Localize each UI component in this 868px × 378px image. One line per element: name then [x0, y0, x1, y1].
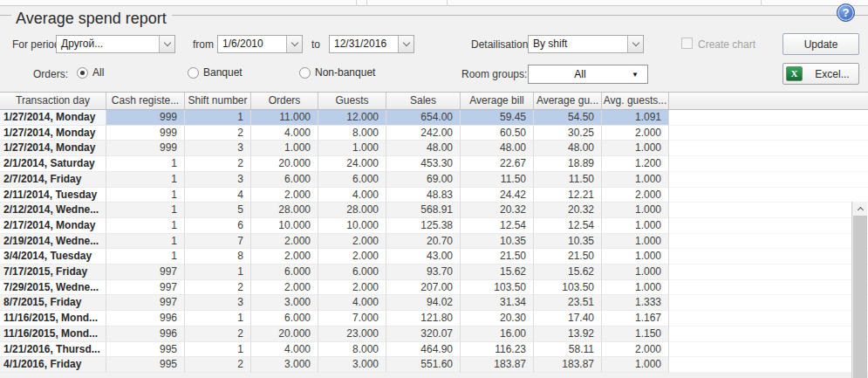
cell[interactable]: 11/16/2015, Mond...: [0, 326, 106, 342]
from-date-select[interactable]: 1/6/2010: [217, 35, 303, 53]
cell[interactable]: 2/1/2014, Saturday: [0, 156, 106, 172]
cell[interactable]: 11.000: [251, 110, 318, 126]
cell[interactable]: 1.333: [602, 295, 669, 311]
cell[interactable]: 1/27/2014, Monday: [0, 141, 106, 156]
to-date-dropdown-button[interactable]: [398, 36, 413, 52]
cell[interactable]: 1.000: [602, 280, 669, 296]
table-row[interactable]: 1/21/2016, Thursd...99514.0008.000464.90…: [0, 342, 868, 358]
table-row[interactable]: 7/29/2015, Wedne...99722.0002.000207.001…: [0, 280, 868, 296]
table-row[interactable]: 11/16/2015, Mond...996220.00023.000320.0…: [0, 326, 868, 342]
to-date-select[interactable]: 12/31/2016: [329, 35, 414, 53]
cell[interactable]: 28.000: [318, 203, 386, 218]
cell[interactable]: 1.000: [251, 141, 318, 156]
table-row[interactable]: 2/7/2014, Friday136.0006.00069.0011.5011…: [0, 172, 868, 188]
cell[interactable]: 7: [185, 234, 251, 250]
cell[interactable]: 995: [106, 342, 185, 358]
cell[interactable]: 23.51: [534, 295, 602, 311]
cell[interactable]: 3: [185, 172, 251, 188]
cell[interactable]: 2.000: [251, 234, 318, 250]
cell[interactable]: 125.38: [386, 218, 461, 234]
cell[interactable]: 4.000: [318, 188, 386, 203]
cell[interactable]: 3/4/2014, Tuesday: [0, 249, 106, 265]
cell[interactable]: 6.000: [318, 265, 386, 280]
cell[interactable]: 7.000: [318, 311, 386, 326]
cell[interactable]: 551.60: [386, 357, 461, 373]
cell[interactable]: 48.00: [461, 141, 534, 156]
table-row[interactable]: 2/1/2014, Saturday1220.00024.000453.3022…: [0, 156, 868, 172]
scrollbar-thumb[interactable]: [853, 216, 867, 378]
cell[interactable]: 23.000: [318, 326, 386, 342]
cell[interactable]: 207.00: [386, 280, 461, 296]
cell[interactable]: 8.000: [318, 126, 386, 141]
cell[interactable]: 1.000: [602, 265, 669, 280]
cell[interactable]: 320.07: [386, 326, 461, 342]
cell[interactable]: 1.000: [602, 218, 669, 234]
cell[interactable]: 999: [106, 110, 185, 126]
cell[interactable]: 1.200: [602, 156, 669, 172]
cell[interactable]: 22.67: [461, 156, 534, 172]
cell[interactable]: 2/7/2014, Friday: [0, 172, 106, 188]
cell[interactable]: 654.00: [386, 110, 461, 126]
cell[interactable]: 24.42: [461, 188, 534, 203]
table-row[interactable]: 3/4/2014, Tuesday182.0002.00043.0021.502…: [0, 249, 868, 265]
cell[interactable]: 13.92: [534, 326, 602, 342]
cell[interactable]: 59.45: [461, 110, 534, 126]
update-button[interactable]: Update: [783, 33, 859, 55]
cell[interactable]: 1: [106, 188, 185, 203]
radio-all[interactable]: All: [77, 66, 104, 79]
cell[interactable]: 1.000: [602, 234, 669, 250]
cell[interactable]: 3.000: [251, 357, 318, 373]
cell[interactable]: 1/27/2014, Monday: [0, 110, 106, 126]
cell[interactable]: 999: [106, 141, 185, 156]
cell[interactable]: 28.000: [251, 203, 318, 218]
cell[interactable]: 1.150: [602, 326, 669, 342]
column-header-avg-guests[interactable]: Avg. guests...: [602, 93, 669, 109]
cell[interactable]: 58.11: [534, 342, 602, 358]
column-header-average-bill[interactable]: Average bill: [461, 93, 534, 109]
help-icon[interactable]: ?: [837, 3, 855, 22]
cell[interactable]: 568.91: [386, 203, 461, 218]
cell[interactable]: 48.00: [386, 141, 461, 156]
cell[interactable]: 1: [106, 172, 185, 188]
cell[interactable]: 24.000: [318, 156, 386, 172]
cell[interactable]: 1/21/2016, Thursd...: [0, 342, 106, 358]
cell[interactable]: 995: [106, 357, 185, 373]
cell[interactable]: 242.00: [386, 126, 461, 141]
table-row[interactable]: 8/7/2015, Friday99733.0004.00094.0231.34…: [0, 295, 868, 311]
cell[interactable]: 6: [185, 218, 251, 234]
cell[interactable]: 12.21: [534, 188, 602, 203]
cell[interactable]: 116.23: [461, 342, 534, 358]
cell[interactable]: 2/12/2014, Wedne...: [0, 203, 106, 218]
cell[interactable]: 1/27/2014, Monday: [0, 126, 106, 141]
column-header-shift-number[interactable]: Shift number: [185, 93, 251, 109]
column-header-cash-registe[interactable]: Cash registe...: [106, 93, 185, 109]
radio-non-banquet[interactable]: Non-banquet: [299, 66, 375, 79]
cell[interactable]: 2: [185, 126, 251, 141]
cell[interactable]: 997: [106, 280, 185, 296]
cell[interactable]: 1.167: [602, 311, 669, 326]
cell[interactable]: 996: [106, 311, 185, 326]
cell[interactable]: 10.35: [534, 234, 602, 250]
cell[interactable]: 464.90: [386, 342, 461, 358]
cell[interactable]: 2.000: [602, 342, 669, 358]
cell[interactable]: 2: [185, 156, 251, 172]
vertical-scrollbar[interactable]: [851, 202, 867, 378]
cell[interactable]: 6.000: [251, 265, 318, 280]
column-header-sales[interactable]: Sales: [386, 93, 461, 109]
cell[interactable]: 8: [185, 249, 251, 265]
column-header-guests[interactable]: Guests: [318, 93, 386, 109]
cell[interactable]: 21.50: [534, 249, 602, 265]
cell[interactable]: 10.000: [251, 218, 318, 234]
cell[interactable]: 8.000: [318, 342, 386, 358]
column-header-orders[interactable]: Orders: [251, 93, 318, 109]
cell[interactable]: 2/19/2014, Wedne...: [0, 234, 106, 250]
detailisation-dropdown-button[interactable]: [627, 36, 643, 52]
cell[interactable]: 1.000: [602, 141, 669, 156]
cell[interactable]: 20.000: [251, 326, 318, 342]
cell[interactable]: 1.000: [602, 203, 669, 218]
cell[interactable]: 30.25: [534, 126, 602, 141]
cell[interactable]: 1: [106, 234, 185, 250]
cell[interactable]: 2.000: [318, 280, 386, 296]
scrollbar-up-button[interactable]: [853, 202, 867, 216]
cell[interactable]: 121.80: [386, 311, 461, 326]
